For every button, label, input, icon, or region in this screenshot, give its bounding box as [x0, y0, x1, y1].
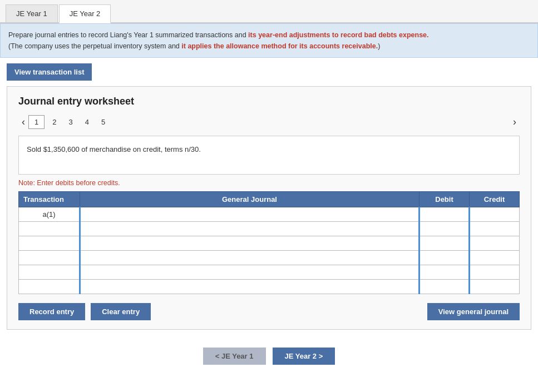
- general-journal-input[interactable]: [81, 251, 418, 265]
- debit-cell[interactable]: [419, 251, 470, 265]
- info-box: Prepare journal entries to record Liang'…: [0, 23, 538, 58]
- debit-input[interactable]: [420, 265, 468, 279]
- credit-input[interactable]: [470, 222, 519, 236]
- credit-cell[interactable]: [470, 222, 520, 236]
- credit-cell[interactable]: [470, 251, 520, 265]
- table-row: [19, 280, 520, 294]
- credit-cell[interactable]: [470, 236, 520, 251]
- next-page-button[interactable]: ›: [510, 116, 520, 128]
- general-journal-input[interactable]: [81, 280, 418, 294]
- page-4[interactable]: 4: [81, 116, 93, 128]
- transaction-cell: [19, 236, 80, 251]
- general-journal-input[interactable]: [81, 222, 418, 236]
- tabs-bar: JE Year 1 JE Year 2: [0, 0, 538, 23]
- worksheet-title: Journal entry worksheet: [18, 96, 520, 107]
- worksheet-container: Journal entry worksheet ‹ 1 2 3 4 5 › So…: [7, 86, 531, 330]
- credit-cell[interactable]: [470, 265, 520, 280]
- page-1[interactable]: 1: [28, 115, 45, 129]
- debit-input[interactable]: [420, 236, 468, 250]
- table-row: [19, 265, 520, 280]
- general-journal-cell[interactable]: [80, 236, 419, 251]
- credit-input[interactable]: [470, 207, 519, 221]
- tab-je-year-2[interactable]: JE Year 2: [59, 4, 111, 23]
- debit-input[interactable]: [420, 207, 468, 221]
- col-credit: Credit: [470, 192, 520, 207]
- note-text: Note: Enter debits before credits.: [18, 179, 520, 187]
- clear-entry-button[interactable]: Clear entry: [91, 303, 151, 320]
- col-transaction: Transaction: [19, 192, 80, 207]
- debit-cell[interactable]: [419, 265, 470, 280]
- table-row: a(1): [19, 207, 520, 222]
- prev-page-button[interactable]: ‹: [18, 116, 28, 128]
- info-text-1: Prepare journal entries to record Liang'…: [8, 31, 429, 39]
- journal-table: Transaction General Journal Debit Credit…: [18, 191, 520, 294]
- next-year-button[interactable]: JE Year 2 >: [273, 348, 335, 365]
- general-journal-cell[interactable]: [80, 222, 419, 236]
- tab-je-year-1[interactable]: JE Year 1: [6, 4, 58, 22]
- general-journal-input[interactable]: [81, 236, 418, 250]
- view-transaction-list-button[interactable]: View transaction list: [7, 63, 92, 81]
- general-journal-cell[interactable]: [80, 251, 419, 265]
- prev-year-button[interactable]: < JE Year 1: [203, 348, 266, 365]
- debit-input[interactable]: [420, 251, 468, 265]
- nav-row: ‹ 1 2 3 4 5 ›: [18, 115, 520, 129]
- credit-input[interactable]: [470, 265, 519, 279]
- page-5[interactable]: 5: [97, 116, 110, 128]
- debit-cell[interactable]: [419, 280, 470, 294]
- debit-input[interactable]: [420, 222, 468, 236]
- table-row: [19, 236, 520, 251]
- page-2[interactable]: 2: [48, 116, 61, 128]
- credit-input[interactable]: [470, 280, 519, 294]
- page-3[interactable]: 3: [64, 116, 77, 128]
- info-text-2: (The company uses the perpetual inventor…: [8, 42, 380, 50]
- credit-input[interactable]: [470, 251, 519, 265]
- debit-cell[interactable]: [419, 207, 470, 222]
- transaction-cell: [19, 280, 80, 294]
- debit-cell[interactable]: [419, 236, 470, 251]
- transaction-cell: [19, 251, 80, 265]
- bottom-buttons: Record entry Clear entry View general jo…: [18, 303, 520, 320]
- bottom-nav: < JE Year 1 JE Year 2 >: [0, 336, 538, 374]
- table-row: [19, 251, 520, 265]
- debit-input[interactable]: [420, 280, 468, 294]
- transaction-cell: a(1): [19, 207, 80, 222]
- general-journal-input[interactable]: [81, 265, 418, 279]
- general-journal-input[interactable]: [81, 207, 418, 221]
- debit-cell[interactable]: [419, 222, 470, 236]
- view-general-journal-button[interactable]: View general journal: [427, 303, 520, 320]
- scenario-box: Sold $1,350,600 of merchandise on credit…: [18, 136, 520, 175]
- general-journal-cell[interactable]: [80, 280, 419, 294]
- col-general-journal: General Journal: [80, 192, 419, 207]
- record-entry-button[interactable]: Record entry: [18, 303, 85, 320]
- table-row: [19, 222, 520, 236]
- credit-cell[interactable]: [470, 207, 520, 222]
- col-debit: Debit: [419, 192, 470, 207]
- transaction-cell: [19, 265, 80, 280]
- credit-input[interactable]: [470, 236, 519, 250]
- transaction-cell: [19, 222, 80, 236]
- general-journal-cell[interactable]: [80, 265, 419, 280]
- general-journal-cell[interactable]: [80, 207, 419, 222]
- credit-cell[interactable]: [470, 280, 520, 294]
